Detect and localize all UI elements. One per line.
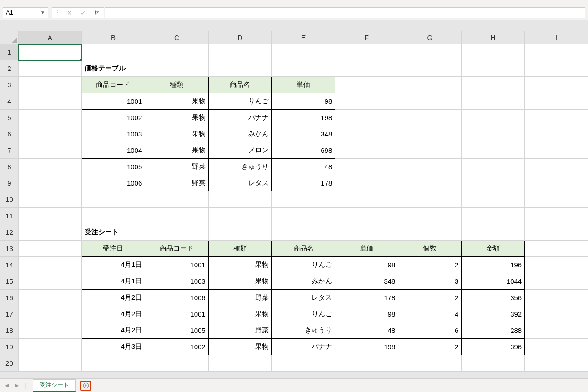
cell[interactable] <box>462 355 525 372</box>
cell[interactable] <box>18 290 81 306</box>
cell[interactable] <box>462 44 525 60</box>
row-header[interactable]: 9 <box>0 175 19 191</box>
table2-cell[interactable]: きゅうり <box>272 322 335 339</box>
row-header[interactable]: 3 <box>0 77 19 93</box>
cell[interactable] <box>335 355 398 372</box>
table1-cell[interactable]: 果物 <box>145 93 208 110</box>
table1-cell[interactable]: 果物 <box>145 142 208 159</box>
table2-cell[interactable]: 果物 <box>208 257 271 273</box>
cell[interactable] <box>208 60 271 77</box>
cell[interactable] <box>525 126 588 142</box>
table1-cell[interactable]: 1006 <box>81 175 145 191</box>
cell[interactable] <box>18 273 81 290</box>
row-header[interactable]: 4 <box>0 93 19 110</box>
cell[interactable] <box>398 142 462 159</box>
table2-cell[interactable]: 1003 <box>145 273 208 290</box>
table2-cell[interactable]: 野菜 <box>208 290 271 306</box>
column-header[interactable]: E <box>272 31 335 44</box>
table2-cell[interactable]: 198 <box>335 339 398 355</box>
table2-cell[interactable]: 1001 <box>145 257 208 273</box>
cell[interactable] <box>462 110 525 126</box>
table2-cell[interactable]: 野菜 <box>208 322 271 339</box>
cell[interactable] <box>18 60 81 77</box>
table2-cell[interactable]: 396 <box>462 339 525 355</box>
table2-header[interactable]: 個数 <box>398 241 462 257</box>
table2-cell[interactable]: 4月1日 <box>81 257 145 273</box>
table2-cell[interactable]: 4 <box>398 306 462 322</box>
table2-cell[interactable]: 1005 <box>145 322 208 339</box>
table2-cell[interactable]: 4月1日 <box>81 273 145 290</box>
table1-cell[interactable]: 1001 <box>81 93 145 110</box>
cell[interactable] <box>525 110 588 126</box>
cell[interactable] <box>525 339 588 355</box>
column-header[interactable]: B <box>81 31 145 44</box>
table2-cell[interactable]: 2 <box>398 339 462 355</box>
table2-cell[interactable]: みかん <box>272 273 335 290</box>
table2-cell[interactable]: 4月2日 <box>81 290 145 306</box>
table1-cell[interactable]: レタス <box>208 175 271 191</box>
cell[interactable] <box>462 93 525 110</box>
cell[interactable] <box>18 257 81 273</box>
row-header[interactable]: 5 <box>0 110 19 126</box>
cell[interactable] <box>398 191 462 208</box>
table1-cell[interactable]: りんご <box>208 93 271 110</box>
table1-cell[interactable]: 1003 <box>81 126 145 142</box>
table2-cell[interactable]: 4月2日 <box>81 322 145 339</box>
cell[interactable] <box>398 77 462 93</box>
table1-cell[interactable]: 果物 <box>145 126 208 142</box>
cell[interactable] <box>208 355 271 372</box>
cell[interactable] <box>525 159 588 175</box>
table1-cell[interactable]: みかん <box>208 126 271 142</box>
cell[interactable] <box>398 60 462 77</box>
row-header[interactable]: 19 <box>0 339 19 355</box>
table1-cell[interactable]: 1005 <box>81 159 145 175</box>
cell[interactable] <box>272 191 335 208</box>
table2-cell[interactable]: バナナ <box>272 339 335 355</box>
cell[interactable] <box>525 77 588 93</box>
table1-cell[interactable]: メロン <box>208 142 271 159</box>
cell[interactable] <box>462 142 525 159</box>
table1-cell[interactable]: 348 <box>272 126 335 142</box>
row-header[interactable]: 18 <box>0 322 19 339</box>
cell[interactable] <box>398 126 462 142</box>
cell[interactable] <box>525 175 588 191</box>
cell[interactable] <box>18 191 81 208</box>
cell[interactable] <box>525 273 588 290</box>
cell[interactable] <box>18 175 81 191</box>
table1-cell[interactable]: 98 <box>272 93 335 110</box>
cell[interactable] <box>18 110 81 126</box>
cell[interactable] <box>18 224 81 241</box>
cell[interactable] <box>525 290 588 306</box>
cell[interactable] <box>398 224 462 241</box>
cell[interactable] <box>525 257 588 273</box>
cell[interactable] <box>335 224 398 241</box>
cell[interactable] <box>81 208 145 224</box>
table2-cell[interactable]: 2 <box>398 290 462 306</box>
table2-cell[interactable]: 1001 <box>145 306 208 322</box>
cell[interactable] <box>272 224 335 241</box>
cell[interactable] <box>525 241 588 257</box>
cell[interactable] <box>335 142 398 159</box>
cell[interactable] <box>398 44 462 60</box>
cell[interactable] <box>335 77 398 93</box>
column-header[interactable]: F <box>335 31 398 44</box>
cell[interactable] <box>525 93 588 110</box>
cell[interactable] <box>525 322 588 339</box>
cell[interactable] <box>525 355 588 372</box>
name-box[interactable]: A1 ▼ <box>3 7 48 18</box>
column-header[interactable]: H <box>462 31 525 44</box>
table2-cell[interactable]: りんご <box>272 257 335 273</box>
table1-cell[interactable]: 野菜 <box>145 159 208 175</box>
cell[interactable] <box>525 60 588 77</box>
name-box-dropdown-icon[interactable]: ▼ <box>40 10 45 15</box>
cell[interactable] <box>145 44 208 60</box>
cell[interactable] <box>18 322 81 339</box>
column-header[interactable]: C <box>145 31 208 44</box>
cell[interactable] <box>272 44 335 60</box>
row-header[interactable]: 14 <box>0 257 19 273</box>
column-header[interactable]: D <box>208 31 271 44</box>
cell[interactable] <box>525 142 588 159</box>
table2-cell[interactable]: 356 <box>462 290 525 306</box>
table2-cell[interactable]: 196 <box>462 257 525 273</box>
table2-header[interactable]: 商品コード <box>145 241 208 257</box>
